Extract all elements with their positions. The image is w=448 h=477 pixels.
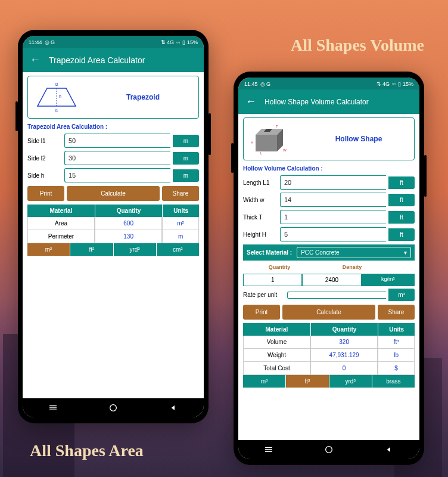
print-button[interactable]: Print [243,305,280,320]
tab-cm2[interactable]: cm² [157,243,199,256]
tab-m3[interactable]: m³ [243,375,286,388]
nav-menu-icon[interactable] [264,445,273,454]
result-row-weight: Weight 47,931.129 lb [243,349,415,362]
calculate-button[interactable]: Calculate [67,186,160,201]
input-side-l1: Side l1 50 m [27,134,199,148]
input-l1-value[interactable]: 50 [64,134,170,148]
section-label: Trapezoid Area Calculation : [27,123,199,130]
density-input[interactable]: 2400 [302,274,361,286]
app-title: Trapezoid Area Calculator [49,55,145,65]
result-row-perimeter: Perimeter 130 m [27,230,199,243]
quantity-input[interactable]: 1 [243,274,302,286]
print-button[interactable]: Print [27,186,64,201]
nav-back-icon[interactable] [384,445,394,454]
input-h-unit[interactable]: m [173,169,199,182]
input-height-value[interactable]: 5 [280,227,386,241]
heading-area: All Shapes Area [30,441,144,460]
shape-card: H L W T Hollow Shape [243,117,415,160]
share-button[interactable]: Share [162,186,199,201]
calculate-button[interactable]: Calculate [282,305,375,320]
tab-ft3[interactable]: ft³ [286,375,329,388]
app-title: Hollow Shape Volume Calculator [265,98,369,106]
input-length: Length L1 20 ft [243,175,415,190]
input-width-unit[interactable]: ft [388,194,415,206]
back-icon[interactable]: ← [30,54,41,66]
density-unit[interactable]: kg/m³ [362,274,415,286]
phone-trapezoid: 11:44◎ G ⇅ 4G▫▫▯ 15% ← Trapezoid Area Ca… [18,30,209,423]
tab-yrd3[interactable]: yrd³ [329,375,372,388]
nav-bar [238,440,419,459]
status-bar: 11:45◎ G ⇅ 4G▫▫▯ 15% [238,78,419,89]
input-length-unit[interactable]: ft [388,176,415,189]
tab-ft2[interactable]: ft² [70,243,113,256]
rate-value[interactable] [287,292,386,299]
svg-text:W: W [283,148,287,152]
result-header: Material Quantity Units [27,205,199,217]
svg-point-2 [110,405,117,411]
input-thick-unit[interactable]: ft [388,211,415,224]
rate-per-unit: Rate per unit m³ [243,289,415,301]
shape-title: Trapezoid [92,93,194,101]
status-time: 11:44 [29,39,42,45]
shape-title: Hollow Shape [308,135,409,143]
app-bar: ← Hollow Shape Volume Calculator [238,89,419,114]
input-l1-unit[interactable]: m [173,135,199,147]
input-width-value[interactable]: 14 [280,193,386,207]
tab-m2[interactable]: m² [27,243,70,256]
input-thick-value[interactable]: 1 [280,210,386,224]
nav-back-icon[interactable] [169,403,178,413]
input-l2-value[interactable]: 30 [64,151,170,165]
input-height: Height H 5 ft [243,227,415,241]
section-label: Hollow Volume Calculation : [243,165,415,172]
chevron-down-icon: ▾ [404,249,407,256]
tab-brass[interactable]: brass [372,375,415,388]
heading-volume: All Shapes Volume [291,36,424,55]
input-height-unit[interactable]: ft [388,228,415,241]
label-l1: l1 [55,109,58,113]
input-l2-unit[interactable]: m [173,152,199,165]
input-width: Width w 14 ft [243,193,415,207]
status-bar: 11:44◎ G ⇅ 4G▫▫▯ 15% [23,36,204,48]
svg-marker-3 [256,135,277,151]
tab-yrd2[interactable]: yrd² [114,243,157,256]
rate-unit[interactable]: m³ [388,289,415,301]
input-side-l2: Side l2 30 m [27,151,199,165]
label-l2: l2 [55,82,58,86]
svg-text:L: L [260,151,263,155]
back-icon[interactable]: ← [245,95,256,108]
nav-bar [23,398,204,417]
result-header: Material Quantity Units [243,323,415,336]
share-button[interactable]: Share [378,305,415,320]
status-time: 11:45 [244,81,258,87]
input-length-value[interactable]: 20 [280,175,386,190]
nav-home-icon[interactable] [324,445,334,454]
label-h: h [59,94,61,98]
input-thick: Thick T 1 ft [243,210,415,224]
svg-point-11 [326,447,332,453]
input-side-h: Side h 15 m [27,168,199,182]
input-h-value[interactable]: 15 [64,168,170,182]
hollow-diagram: H L W T [248,123,296,155]
unit-tabs: m³ ft³ yrd³ brass [243,375,415,388]
svg-text:H: H [251,141,253,144]
svg-text:T: T [276,125,278,128]
result-row-cost: Total Cost 0 $ [243,362,415,375]
result-row-volume: Volume 320 ft³ [243,336,415,349]
nav-menu-icon[interactable] [48,403,58,413]
material-select[interactable]: Select Material : PCC Concrete ▾ [243,244,415,261]
phone-hollow: 11:45◎ G ⇅ 4G▫▫▯ 15% ← Hollow Shape Volu… [234,72,424,465]
app-bar: ← Trapezoid Area Calculator [23,48,204,72]
trapezoid-diagram: l2 h l1 [33,81,80,113]
unit-tabs: m² ft² yrd² cm² [27,243,199,256]
nav-home-icon[interactable] [108,403,118,413]
result-row-area: Area 600 m² [27,217,199,230]
shape-card: l2 h l1 Trapezoid [27,76,199,119]
